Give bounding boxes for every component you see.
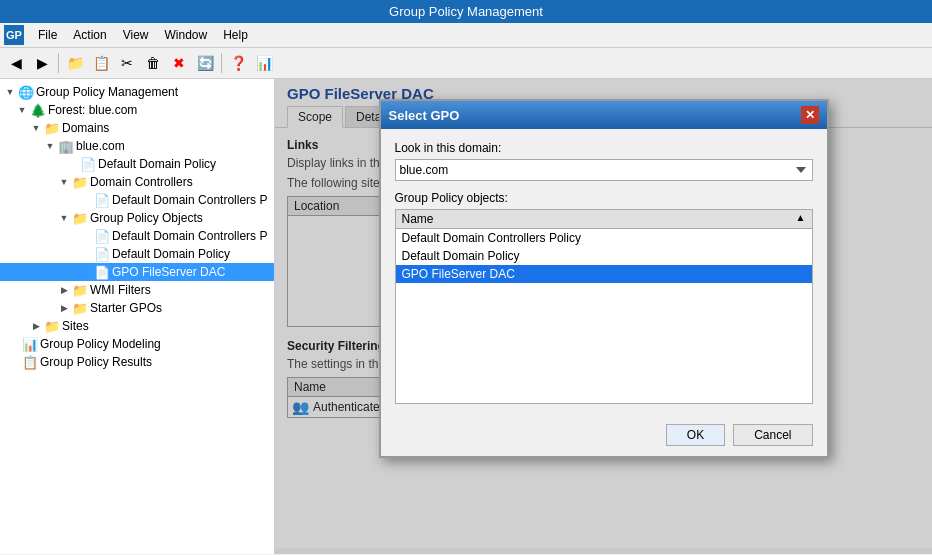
toolbar: ◀ ▶ 📁 📋 ✂ 🗑 ✖ 🔄 ❓ 📊 [0, 48, 932, 79]
icon-domains: 📁 [44, 120, 60, 136]
help-button[interactable]: ❓ [226, 51, 250, 75]
delete-button[interactable]: 🗑 [141, 51, 165, 75]
tree-item-startergpos[interactable]: ▶ 📁 Starter GPOs [0, 299, 274, 317]
copy-button[interactable]: 📋 [89, 51, 113, 75]
expander-domaincontrollers: ▼ [56, 174, 72, 190]
gpo-item-defaultdomain[interactable]: Default Domain Policy [396, 247, 812, 265]
sort-icon: ▲ [796, 212, 806, 226]
icon-gpresults: 📋 [22, 354, 38, 370]
menu-bar: GP File Action View Window Help [0, 23, 932, 48]
tree-item-wmifilters[interactable]: ▶ 📁 WMI Filters [0, 281, 274, 299]
expander-defaultdcpolicy [86, 192, 94, 208]
tree-item-domaincontrollers[interactable]: ▼ 📁 Domain Controllers [0, 173, 274, 191]
dialog-close-button[interactable]: ✕ [801, 106, 819, 124]
label-gpos: Group Policy Objects [90, 211, 203, 225]
expander-gpm: ▼ [2, 84, 18, 100]
menu-view[interactable]: View [115, 26, 157, 44]
modal-overlay: Select GPO ✕ Look in this domain: blue.c… [275, 79, 932, 554]
tree-item-sites[interactable]: ▶ 📁 Sites [0, 317, 274, 335]
icon-defaultdcpolicy: 📄 [94, 192, 110, 208]
dialog-title-bar: Select GPO ✕ [381, 101, 827, 129]
tree-item-defaultdcpolicy[interactable]: 📄 Default Domain Controllers P [0, 191, 274, 209]
tree-item-gpo-defaultdomain[interactable]: 📄 Default Domain Policy [0, 245, 274, 263]
forward-button[interactable]: ▶ [30, 51, 54, 75]
expander-gpo-defaultdc [86, 228, 94, 244]
menu-help[interactable]: Help [215, 26, 256, 44]
tree-item-defaultdomain[interactable]: 📄 Default Domain Policy [0, 155, 274, 173]
ok-button[interactable]: OK [666, 424, 725, 446]
tree-item-gpresults[interactable]: 📋 Group Policy Results [0, 353, 274, 371]
tree-item-gpo-fileserver[interactable]: 📄 GPO FileServer DAC [0, 263, 274, 281]
label-defaultdcpolicy: Default Domain Controllers P [112, 193, 267, 207]
icon-gpo-fileserver: 📄 [94, 264, 110, 280]
right-panel: GPO FileServer DAC Scope Details Setting… [275, 79, 932, 554]
gpo-item-fileserver[interactable]: GPO FileServer DAC [396, 265, 812, 283]
tree-item-gpo-defaultdc[interactable]: 📄 Default Domain Controllers P [0, 227, 274, 245]
expander-gpo-fileserver [86, 264, 94, 280]
tree-item-gpos[interactable]: ▼ 📁 Group Policy Objects [0, 209, 274, 227]
gpo-list: Name ▲ Default Domain Controllers Policy… [395, 209, 813, 404]
label-gpo-fileserver: GPO FileServer DAC [112, 265, 225, 279]
domain-label: Look in this domain: [395, 141, 813, 155]
expander-defaultdomain [72, 156, 80, 172]
expander-domains: ▼ [28, 120, 44, 136]
properties-button[interactable]: 📊 [252, 51, 276, 75]
label-gpo-defaultdc: Default Domain Controllers P [112, 229, 267, 243]
title-bar: Group Policy Management [0, 0, 932, 23]
gpo-list-header: Name ▲ [396, 210, 812, 229]
tree-item-bluecom[interactable]: ▼ 🏢 blue.com [0, 137, 274, 155]
expander-gpo-defaultdomain [86, 246, 94, 262]
icon-sites: 📁 [44, 318, 60, 334]
menu-action[interactable]: Action [65, 26, 114, 44]
label-defaultdomain: Default Domain Policy [98, 157, 216, 171]
tree-item-gpm[interactable]: ▼ 🌐 Group Policy Management [0, 83, 274, 101]
expander-gpos: ▼ [56, 210, 72, 226]
label-gpresults: Group Policy Results [40, 355, 152, 369]
dialog-footer: OK Cancel [381, 416, 827, 456]
label-startergpos: Starter GPOs [90, 301, 162, 315]
icon-gpos: 📁 [72, 210, 88, 226]
cut-button[interactable]: ✂ [115, 51, 139, 75]
icon-startergpos: 📁 [72, 300, 88, 316]
back-button[interactable]: ◀ [4, 51, 28, 75]
dialog-body: Look in this domain: blue.com Group Poli… [381, 129, 827, 416]
gpo-list-label: Group Policy objects: [395, 191, 813, 205]
folder-button[interactable]: 📁 [63, 51, 87, 75]
tree-item-forest[interactable]: ▼ 🌲 Forest: blue.com [0, 101, 274, 119]
icon-wmifilters: 📁 [72, 282, 88, 298]
icon-gpmodeling: 📊 [22, 336, 38, 352]
refresh-button[interactable]: 🔄 [193, 51, 217, 75]
expander-bluecom: ▼ [42, 138, 58, 154]
expander-wmifilters: ▶ [56, 282, 72, 298]
gpo-item-defaultdc[interactable]: Default Domain Controllers Policy [396, 229, 812, 247]
title-text: Group Policy Management [389, 4, 543, 19]
expander-forest: ▼ [14, 102, 30, 118]
menu-window[interactable]: Window [157, 26, 216, 44]
dialog-title: Select GPO [389, 108, 460, 123]
icon-defaultdomain: 📄 [80, 156, 96, 172]
icon-forest: 🌲 [30, 102, 46, 118]
main-layout: ▼ 🌐 Group Policy Management ▼ 🌲 Forest: … [0, 79, 932, 554]
label-domaincontrollers: Domain Controllers [90, 175, 193, 189]
tree-item-gpmodeling[interactable]: 📊 Group Policy Modeling [0, 335, 274, 353]
menu-file[interactable]: File [30, 26, 65, 44]
label-domains: Domains [62, 121, 109, 135]
icon-gpm: 🌐 [18, 84, 34, 100]
label-sites: Sites [62, 319, 89, 333]
app-icon: GP [4, 25, 24, 45]
expander-gpmodeling [14, 336, 22, 352]
label-gpmodeling: Group Policy Modeling [40, 337, 161, 351]
expander-sites: ▶ [28, 318, 44, 334]
cancel-button-dialog[interactable]: Cancel [733, 424, 812, 446]
label-gpo-defaultdomain: Default Domain Policy [112, 247, 230, 261]
select-gpo-dialog: Select GPO ✕ Look in this domain: blue.c… [379, 99, 829, 458]
tree-item-domains[interactable]: ▼ 📁 Domains [0, 119, 274, 137]
label-bluecom: blue.com [76, 139, 125, 153]
label-gpm: Group Policy Management [36, 85, 178, 99]
expander-startergpos: ▶ [56, 300, 72, 316]
cancel-button[interactable]: ✖ [167, 51, 191, 75]
left-panel: ▼ 🌐 Group Policy Management ▼ 🌲 Forest: … [0, 79, 275, 554]
gpo-list-header-name: Name [402, 212, 794, 226]
label-wmifilters: WMI Filters [90, 283, 151, 297]
domain-select[interactable]: blue.com [395, 159, 813, 181]
